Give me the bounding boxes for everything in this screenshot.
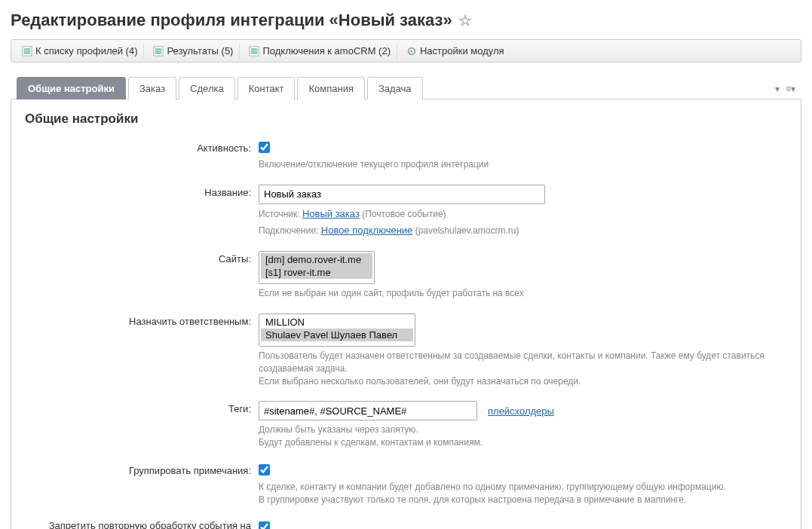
tab-order[interactable]: Заказ	[128, 77, 176, 99]
tab-task[interactable]: Задача	[367, 77, 423, 99]
input-tags[interactable]	[259, 401, 477, 420]
responsible-option[interactable]: MILLION	[261, 316, 413, 329]
link-source[interactable]: Новый заказ	[302, 208, 360, 219]
top-toolbar: К списку профилей (4) Результаты (5) Под…	[11, 39, 801, 63]
select-sites[interactable]: [dm] demo.rover-it.me [s1] rover-it.me	[259, 251, 375, 284]
toolbar-results[interactable]: Результаты (5)	[147, 43, 240, 59]
list-icon	[153, 46, 164, 57]
toolbar-label: К списку профилей (4)	[35, 45, 137, 57]
svg-rect-6	[155, 50, 162, 51]
page-title-text: Редактирование профиля интеграции «Новый…	[11, 11, 452, 30]
responsible-option[interactable]: Shulaev Pavel Шулаев Павел	[261, 329, 413, 341]
svg-rect-3	[24, 52, 31, 53]
row-activity: Активность: Включение/отключение текущег…	[25, 140, 787, 171]
toolbar-profiles-list[interactable]: К списку профилей (4)	[16, 43, 144, 59]
svg-rect-2	[24, 50, 31, 51]
tab-deal[interactable]: Сделка	[179, 77, 235, 99]
row-tags: Теги: плейсхолдеры Должны быть указаны ч…	[25, 401, 787, 449]
svg-rect-5	[155, 48, 162, 49]
panel-heading: Общие настройки	[25, 112, 787, 127]
hint-group-notes-2: В группировке участвуют только те поля, …	[259, 494, 787, 506]
checkbox-group-notes[interactable]	[259, 464, 270, 475]
checkbox-prevent-reprocess[interactable]	[259, 521, 270, 529]
svg-rect-9	[251, 48, 258, 49]
toolbar-label: Подключения к amoCRM (2)	[262, 45, 391, 57]
label-sites: Сайты:	[25, 251, 259, 300]
toolbar-label: Настройки модуля	[420, 45, 504, 57]
row-group-notes: Группировать примечания: К сделке, конта…	[25, 463, 787, 506]
tab-contact[interactable]: Контакт	[237, 77, 296, 99]
page-title: Редактирование профиля интеграции «Новый…	[11, 11, 801, 30]
label-activity: Активность:	[25, 140, 259, 171]
label-name: Название:	[25, 185, 259, 237]
toolbar-label: Результаты (5)	[167, 45, 233, 57]
hint-name-source: Источник: Новый заказ (Почтовое событие)	[259, 207, 787, 221]
label-tags: Теги:	[25, 401, 259, 449]
tab-company[interactable]: Компания	[297, 77, 365, 99]
hint-sites: Если не выбран ни один сайт, профиль буд…	[259, 287, 787, 300]
hint-group-notes-1: К сделке, контакту и компании будет доба…	[259, 481, 787, 494]
site-option[interactable]: [dm] demo.rover-it.me	[261, 253, 372, 266]
main-panel: Общие настройки Активность: Включение/от…	[11, 99, 801, 529]
hint-activity: Включение/отключение текущего профиля ин…	[259, 158, 787, 171]
hint-tags-1: Должны быть указаны через запятую.	[259, 424, 787, 436]
label-prevent-reprocess: Запретить повторную обработку события на…	[25, 520, 259, 529]
row-sites: Сайты: [dm] demo.rover-it.me [s1] rover-…	[25, 251, 787, 300]
link-placeholders[interactable]: плейсхолдеры	[488, 405, 554, 417]
svg-point-13	[411, 50, 413, 52]
list-icon	[22, 46, 32, 57]
input-name[interactable]	[259, 185, 545, 204]
hint-tags-2: Будут добавлены к сделкам, контактам и к…	[259, 436, 787, 449]
gear-icon	[406, 46, 417, 57]
hint-responsible-2: Если выбрано несколько пользователей, он…	[259, 375, 787, 388]
svg-rect-1	[24, 48, 31, 49]
menu-icon[interactable]: ≡▾	[786, 84, 795, 94]
checkbox-activity[interactable]	[259, 142, 270, 153]
toolbar-connections[interactable]: Подключения к amoCRM (2)	[243, 43, 397, 59]
row-responsible: Назначить ответственным: MILLION Shulaev…	[25, 313, 787, 387]
row-name: Название: Источник: Новый заказ (Почтово…	[25, 185, 787, 237]
toolbar-module-settings[interactable]: Настройки модуля	[400, 43, 510, 59]
settings-dropdown-icon[interactable]: ▾	[775, 84, 780, 94]
hint-name-connection: Подключение: Новое подключение (pavelshu…	[259, 224, 787, 237]
tab-tools: ▾ ≡▾	[775, 84, 795, 99]
svg-rect-7	[155, 52, 162, 53]
svg-rect-11	[251, 52, 258, 53]
tabs-row: Общие настройки Заказ Сделка Контакт Ком…	[11, 76, 801, 99]
label-group-notes: Группировать примечания:	[25, 463, 259, 506]
list-icon	[249, 46, 259, 57]
hint-responsible-1: Пользователь будет назначен ответственны…	[259, 350, 787, 375]
site-option[interactable]: [s1] rover-it.me	[261, 266, 372, 279]
svg-rect-10	[251, 50, 258, 51]
tab-general[interactable]: Общие настройки	[17, 77, 126, 99]
favorite-star-icon[interactable]: ☆	[458, 11, 472, 29]
row-prevent-reprocess: Запретить повторную обработку события на…	[25, 520, 787, 529]
link-connection[interactable]: Новое подключение	[321, 225, 413, 236]
label-responsible: Назначить ответственным:	[25, 313, 259, 387]
select-responsible[interactable]: MILLION Shulaev Pavel Шулаев Павел	[259, 313, 415, 347]
